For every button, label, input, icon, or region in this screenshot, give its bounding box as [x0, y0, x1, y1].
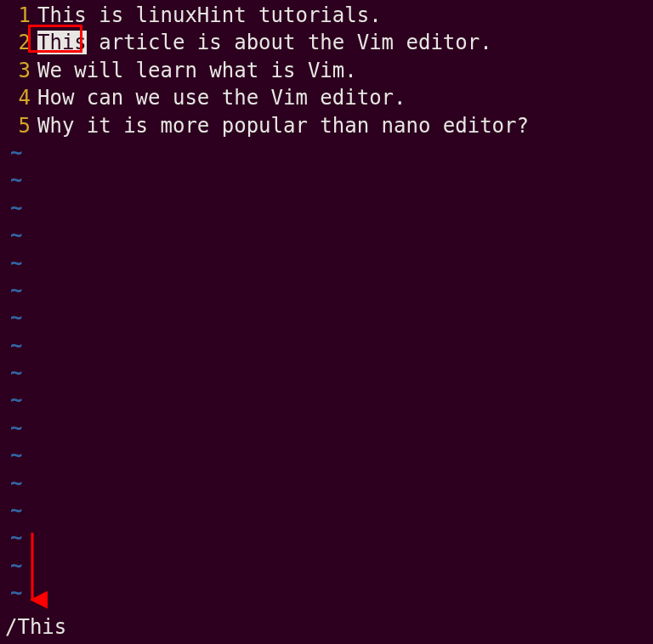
buffer-line: 3 We will learn what is Vim.: [5, 57, 648, 84]
line-number: 5: [5, 112, 31, 139]
line-text: How can we use the Vim editor.: [37, 84, 406, 111]
line-text: We will learn what is Vim.: [37, 57, 357, 84]
empty-line-tilde: ~: [5, 195, 648, 222]
empty-line-tilde: ~: [5, 442, 648, 469]
empty-line-tilde: ~: [5, 304, 648, 331]
line-number: 3: [5, 57, 31, 84]
empty-line-tilde: ~: [5, 415, 648, 442]
empty-line-tilde: ~: [5, 167, 648, 194]
empty-line-tilde: ~: [5, 359, 648, 387]
empty-line-tilde: ~: [5, 497, 648, 524]
empty-line-tilde: ~: [5, 579, 648, 607]
line-text: This article is about the Vim editor.: [37, 29, 492, 56]
empty-line-tilde: ~: [5, 139, 648, 167]
buffer-line: 1 This is linuxHint tutorials.: [5, 2, 648, 29]
empty-line-tilde: ~: [5, 250, 648, 277]
buffer-line: 4 How can we use the Vim editor.: [5, 84, 648, 111]
buffer-line: 2 This article is about the Vim editor.: [5, 29, 648, 56]
line-number: 1: [5, 2, 31, 29]
line-text: Why it is more popular than nano editor?: [37, 112, 529, 139]
line-text: This is linuxHint tutorials.: [37, 2, 382, 29]
editor-buffer[interactable]: 1 This is linuxHint tutorials. 2 This ar…: [0, 0, 653, 607]
line-number: 4: [5, 84, 31, 111]
empty-line-tilde: ~: [5, 470, 648, 497]
empty-line-tilde: ~: [5, 222, 648, 249]
empty-line-tilde: ~: [5, 277, 648, 304]
command-line[interactable]: /This: [5, 613, 66, 641]
empty-line-tilde: ~: [5, 332, 648, 359]
empty-line-tilde: ~: [5, 552, 648, 579]
empty-line-tilde: ~: [5, 387, 648, 414]
empty-line-tilde: ~: [5, 524, 648, 551]
buffer-line: 5 Why it is more popular than nano edito…: [5, 112, 648, 139]
search-match-cursor: This: [37, 31, 87, 54]
line-number: 2: [5, 29, 31, 56]
